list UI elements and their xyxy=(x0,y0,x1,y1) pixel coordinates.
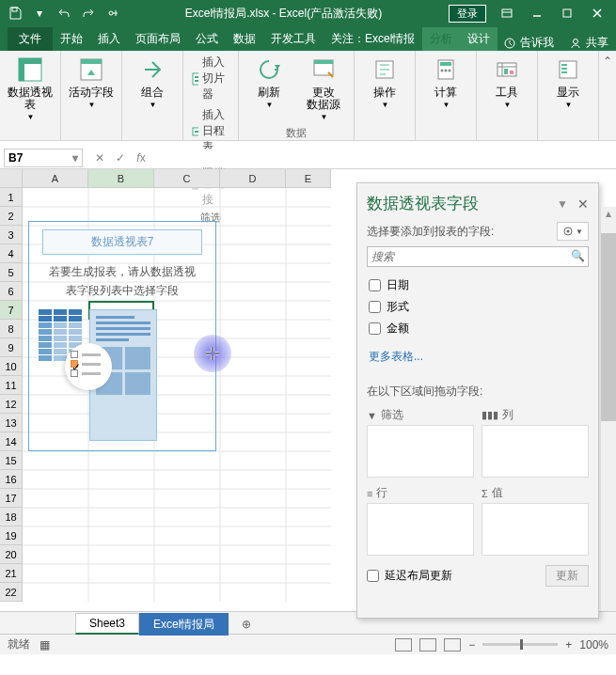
field-search[interactable]: 🔍 xyxy=(367,246,589,267)
tools-button[interactable]: 工具▼ xyxy=(481,53,533,113)
close-icon[interactable] xyxy=(582,3,612,24)
name-box[interactable]: B7▾ xyxy=(4,149,83,167)
sheet-tab-1[interactable]: Sheet3 xyxy=(75,613,139,635)
row-header[interactable]: 12 xyxy=(0,395,23,414)
tab-formula[interactable]: 公式 xyxy=(188,27,226,51)
row-header[interactable]: 13 xyxy=(0,414,23,432)
row-header[interactable]: 11 xyxy=(0,376,23,395)
svg-rect-8 xyxy=(19,58,24,81)
cancel-formula-icon[interactable]: ✕ xyxy=(90,149,109,167)
page-break-view-icon[interactable] xyxy=(444,638,461,651)
accept-formula-icon[interactable]: ✓ xyxy=(111,149,130,167)
refresh-button[interactable]: 刷新▼ xyxy=(243,53,295,113)
row-header[interactable]: 5 xyxy=(0,263,23,282)
login-button[interactable]: 登录 xyxy=(449,5,486,23)
fx-icon[interactable]: fx xyxy=(132,149,150,167)
tell-me[interactable]: 告诉我 xyxy=(503,35,554,51)
tab-data[interactable]: 数据 xyxy=(226,27,263,51)
col-header[interactable]: E xyxy=(286,169,331,188)
field-search-input[interactable] xyxy=(367,246,589,267)
col-header[interactable]: D xyxy=(220,169,286,188)
tab-analyze[interactable]: 分析 xyxy=(422,27,460,51)
row-header[interactable]: 22 xyxy=(0,583,23,602)
search-icon[interactable]: 🔍 xyxy=(571,249,585,262)
svg-rect-30 xyxy=(561,64,567,66)
tab-layout[interactable]: 页面布局 xyxy=(128,27,188,51)
row-header[interactable]: 18 xyxy=(0,508,23,526)
row-header[interactable]: 20 xyxy=(0,545,23,564)
row-header[interactable]: 9 xyxy=(0,338,23,357)
touch-mode-icon[interactable] xyxy=(102,3,124,24)
change-source-button[interactable]: 更改 数据源▼ xyxy=(297,53,350,125)
field-checkbox-amount[interactable]: 金额 xyxy=(367,318,589,339)
row-header[interactable]: 21 xyxy=(0,564,23,583)
maximize-icon[interactable] xyxy=(552,3,582,24)
tab-dev[interactable]: 开发工具 xyxy=(263,27,324,51)
redo-icon[interactable] xyxy=(77,3,100,24)
row-header[interactable]: 3 xyxy=(0,226,23,244)
columns-drop-area[interactable] xyxy=(482,425,589,478)
refresh-icon xyxy=(254,55,284,85)
vertical-scrollbar[interactable]: ▴ xyxy=(600,207,616,611)
row-header[interactable]: 15 xyxy=(0,451,23,470)
field-pane-menu-icon[interactable]: ▼ xyxy=(557,197,568,211)
row-header[interactable]: 4 xyxy=(0,244,23,263)
row-header[interactable]: 1 xyxy=(0,188,23,207)
tab-design[interactable]: 设计 xyxy=(460,27,498,51)
field-pane-close-icon[interactable]: ✕ xyxy=(577,196,589,212)
row-header[interactable]: 6 xyxy=(0,282,23,301)
field-checkbox-date[interactable]: 日期 xyxy=(367,275,589,296)
zoom-level[interactable]: 100% xyxy=(579,638,608,651)
ribbon-options-icon[interactable] xyxy=(492,3,522,24)
row-header[interactable]: 2 xyxy=(0,207,23,226)
collapse-ribbon-icon[interactable]: ⌃ xyxy=(599,51,616,140)
row-header[interactable]: 14 xyxy=(0,432,23,451)
scrollbar-thumb[interactable] xyxy=(601,233,616,421)
actions-button[interactable]: 操作▼ xyxy=(358,53,411,113)
normal-view-icon[interactable] xyxy=(395,638,412,651)
update-button: 更新 xyxy=(545,565,589,587)
zoom-out-icon[interactable]: − xyxy=(468,638,475,651)
values-drop-area[interactable] xyxy=(482,503,589,556)
field-checkbox-form[interactable]: 形式 xyxy=(367,296,589,318)
col-header[interactable]: B xyxy=(88,169,154,188)
row-header[interactable]: 19 xyxy=(0,526,23,545)
zoom-slider[interactable] xyxy=(482,643,558,646)
page-layout-view-icon[interactable] xyxy=(419,638,436,651)
row-headers: 12345678910111213141516171819202122 xyxy=(0,188,23,602)
row-header[interactable]: 16 xyxy=(0,470,23,489)
active-field-button[interactable]: 活动字段▼ xyxy=(65,53,118,113)
tab-home[interactable]: 开始 xyxy=(53,27,90,51)
qat-dropdown-icon[interactable]: ▾ xyxy=(28,3,51,24)
calc-button[interactable]: 计算▼ xyxy=(419,53,472,113)
sheet-tab-2[interactable]: Excel情报局 xyxy=(139,613,229,636)
zoom-in-icon[interactable]: + xyxy=(565,638,572,651)
show-button[interactable]: 显示▼ xyxy=(542,53,594,113)
row-header[interactable]: 17 xyxy=(0,489,23,508)
tab-insert[interactable]: 插入 xyxy=(90,27,128,51)
minimize-icon[interactable] xyxy=(522,3,552,24)
defer-layout-checkbox[interactable]: 延迟布局更新 xyxy=(367,568,452,584)
ribbon: 数据透视 表▼ 活动字段▼ 组合▼ 插入切片器 插入日程表 筛选器连接 筛选 刷… xyxy=(0,51,616,141)
insert-slicer-button[interactable]: 插入切片器 xyxy=(187,53,234,104)
more-tables-link[interactable]: 更多表格... xyxy=(367,345,589,369)
col-header[interactable]: A xyxy=(23,169,88,188)
rows-drop-area[interactable] xyxy=(367,503,474,556)
group-button[interactable]: 组合▼ xyxy=(126,53,179,113)
tab-attention[interactable]: 关注：Excel情报 xyxy=(324,27,422,51)
row-header[interactable]: 7 xyxy=(0,301,23,320)
row-header[interactable]: 8 xyxy=(0,320,23,338)
add-sheet-button[interactable]: ⊕ xyxy=(229,615,255,634)
tab-file[interactable]: 文件 xyxy=(8,27,53,51)
share-button[interactable]: 共享 xyxy=(569,35,608,51)
field-pane-settings-button[interactable]: ▼ xyxy=(557,222,589,241)
row-header[interactable]: 10 xyxy=(0,357,23,376)
formula-input[interactable] xyxy=(154,149,616,167)
select-all-corner[interactable] xyxy=(0,169,23,188)
undo-icon[interactable] xyxy=(53,3,75,24)
col-header[interactable]: C xyxy=(154,169,220,188)
save-icon[interactable] xyxy=(4,3,26,24)
pivottable-button[interactable]: 数据透视 表▼ xyxy=(4,53,56,125)
macro-record-icon[interactable]: ▦ xyxy=(39,638,50,651)
filters-drop-area[interactable] xyxy=(367,425,474,478)
